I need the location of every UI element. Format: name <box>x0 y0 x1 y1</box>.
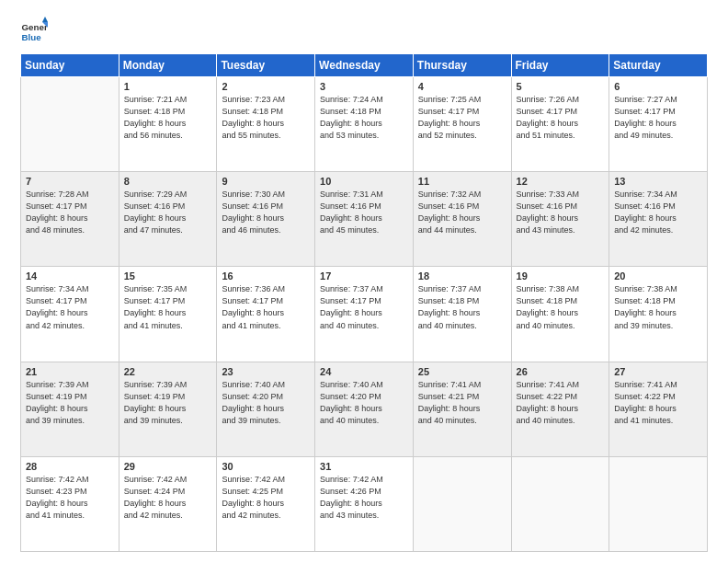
calendar-cell: 1Sunrise: 7:21 AM Sunset: 4:18 PM Daylig… <box>119 77 217 172</box>
day-info: Sunrise: 7:38 AM Sunset: 4:18 PM Dayligh… <box>614 283 702 331</box>
day-number: 11 <box>418 176 506 187</box>
day-info: Sunrise: 7:42 AM Sunset: 4:26 PM Dayligh… <box>320 474 408 522</box>
calendar-cell: 20Sunrise: 7:38 AM Sunset: 4:18 PM Dayli… <box>609 267 708 362</box>
day-number: 29 <box>124 461 212 472</box>
calendar-cell: 19Sunrise: 7:38 AM Sunset: 4:18 PM Dayli… <box>511 267 609 362</box>
day-number: 26 <box>517 366 605 377</box>
calendar-cell: 7Sunrise: 7:28 AM Sunset: 4:17 PM Daylig… <box>21 172 119 267</box>
calendar-week-row: 14Sunrise: 7:34 AM Sunset: 4:17 PM Dayli… <box>21 267 708 362</box>
calendar-cell: 12Sunrise: 7:33 AM Sunset: 4:16 PM Dayli… <box>511 172 609 267</box>
day-info: Sunrise: 7:39 AM Sunset: 4:19 PM Dayligh… <box>124 379 212 427</box>
calendar-cell <box>21 77 119 172</box>
calendar-cell: 10Sunrise: 7:31 AM Sunset: 4:16 PM Dayli… <box>315 172 414 267</box>
calendar-cell: 30Sunrise: 7:42 AM Sunset: 4:25 PM Dayli… <box>217 456 315 551</box>
day-number: 8 <box>124 176 212 187</box>
calendar-cell: 27Sunrise: 7:41 AM Sunset: 4:22 PM Dayli… <box>609 362 708 456</box>
weekday-header-tuesday: Tuesday <box>217 54 315 77</box>
weekday-header-wednesday: Wednesday <box>315 54 414 77</box>
calendar-cell: 9Sunrise: 7:30 AM Sunset: 4:16 PM Daylig… <box>217 172 315 267</box>
day-info: Sunrise: 7:36 AM Sunset: 4:17 PM Dayligh… <box>222 283 310 331</box>
day-info: Sunrise: 7:31 AM Sunset: 4:16 PM Dayligh… <box>320 189 408 236</box>
day-number: 19 <box>517 270 605 282</box>
calendar-cell: 4Sunrise: 7:25 AM Sunset: 4:17 PM Daylig… <box>413 77 511 172</box>
calendar-header-row: SundayMondayTuesdayWednesdayThursdayFrid… <box>21 54 708 77</box>
weekday-header-saturday: Saturday <box>609 54 708 77</box>
calendar-cell: 28Sunrise: 7:42 AM Sunset: 4:23 PM Dayli… <box>21 456 119 551</box>
calendar-cell: 31Sunrise: 7:42 AM Sunset: 4:26 PM Dayli… <box>315 456 414 551</box>
day-info: Sunrise: 7:42 AM Sunset: 4:24 PM Dayligh… <box>124 474 212 522</box>
day-info: Sunrise: 7:30 AM Sunset: 4:16 PM Dayligh… <box>222 189 310 236</box>
weekday-header-thursday: Thursday <box>413 54 511 77</box>
day-info: Sunrise: 7:32 AM Sunset: 4:16 PM Dayligh… <box>418 189 506 236</box>
calendar-cell: 15Sunrise: 7:35 AM Sunset: 4:17 PM Dayli… <box>119 267 217 362</box>
day-info: Sunrise: 7:34 AM Sunset: 4:16 PM Dayligh… <box>614 189 702 236</box>
day-info: Sunrise: 7:26 AM Sunset: 4:17 PM Dayligh… <box>517 94 605 142</box>
day-number: 23 <box>222 366 310 377</box>
day-number: 12 <box>517 176 605 187</box>
calendar-cell <box>413 456 511 551</box>
day-number: 24 <box>320 366 408 377</box>
day-number: 27 <box>614 366 702 377</box>
calendar-cell: 23Sunrise: 7:40 AM Sunset: 4:20 PM Dayli… <box>217 362 315 456</box>
day-info: Sunrise: 7:41 AM Sunset: 4:22 PM Dayligh… <box>614 379 702 427</box>
calendar-cell: 14Sunrise: 7:34 AM Sunset: 4:17 PM Dayli… <box>21 267 119 362</box>
day-number: 4 <box>418 81 506 92</box>
day-number: 30 <box>222 461 310 472</box>
calendar-cell <box>511 456 609 551</box>
weekday-header-friday: Friday <box>511 54 609 77</box>
svg-marker-2 <box>42 17 48 22</box>
calendar-cell: 8Sunrise: 7:29 AM Sunset: 4:16 PM Daylig… <box>119 172 217 267</box>
day-number: 18 <box>418 270 506 282</box>
day-number: 5 <box>517 81 605 92</box>
day-info: Sunrise: 7:37 AM Sunset: 4:17 PM Dayligh… <box>320 283 408 331</box>
day-info: Sunrise: 7:40 AM Sunset: 4:20 PM Dayligh… <box>222 379 310 427</box>
day-number: 10 <box>320 176 408 187</box>
calendar-table: SundayMondayTuesdayWednesdayThursdayFrid… <box>20 53 708 552</box>
calendar-week-row: 7Sunrise: 7:28 AM Sunset: 4:17 PM Daylig… <box>21 172 708 267</box>
logo-icon: General Blue <box>20 17 48 44</box>
day-info: Sunrise: 7:41 AM Sunset: 4:22 PM Dayligh… <box>517 379 605 427</box>
day-info: Sunrise: 7:27 AM Sunset: 4:17 PM Dayligh… <box>614 94 702 142</box>
calendar-cell: 22Sunrise: 7:39 AM Sunset: 4:19 PM Dayli… <box>119 362 217 456</box>
day-info: Sunrise: 7:40 AM Sunset: 4:20 PM Dayligh… <box>320 379 408 427</box>
day-number: 22 <box>124 366 212 377</box>
calendar-cell: 5Sunrise: 7:26 AM Sunset: 4:17 PM Daylig… <box>511 77 609 172</box>
svg-text:Blue: Blue <box>22 32 42 42</box>
calendar-cell: 6Sunrise: 7:27 AM Sunset: 4:17 PM Daylig… <box>609 77 708 172</box>
calendar-cell: 2Sunrise: 7:23 AM Sunset: 4:18 PM Daylig… <box>217 77 315 172</box>
calendar-cell: 3Sunrise: 7:24 AM Sunset: 4:18 PM Daylig… <box>315 77 414 172</box>
day-number: 28 <box>26 461 114 472</box>
calendar-week-row: 28Sunrise: 7:42 AM Sunset: 4:23 PM Dayli… <box>21 456 708 551</box>
calendar-week-row: 1Sunrise: 7:21 AM Sunset: 4:18 PM Daylig… <box>21 77 708 172</box>
day-info: Sunrise: 7:42 AM Sunset: 4:23 PM Dayligh… <box>26 474 114 522</box>
day-number: 2 <box>222 81 310 92</box>
day-info: Sunrise: 7:41 AM Sunset: 4:21 PM Dayligh… <box>418 379 506 427</box>
day-info: Sunrise: 7:25 AM Sunset: 4:17 PM Dayligh… <box>418 94 506 142</box>
calendar-week-row: 21Sunrise: 7:39 AM Sunset: 4:19 PM Dayli… <box>21 362 708 456</box>
calendar-cell: 29Sunrise: 7:42 AM Sunset: 4:24 PM Dayli… <box>119 456 217 551</box>
day-number: 7 <box>26 176 114 187</box>
calendar-cell: 17Sunrise: 7:37 AM Sunset: 4:17 PM Dayli… <box>315 267 414 362</box>
calendar-cell: 25Sunrise: 7:41 AM Sunset: 4:21 PM Dayli… <box>413 362 511 456</box>
weekday-header-monday: Monday <box>119 54 217 77</box>
day-info: Sunrise: 7:24 AM Sunset: 4:18 PM Dayligh… <box>320 94 408 142</box>
day-info: Sunrise: 7:21 AM Sunset: 4:18 PM Dayligh… <box>124 94 212 142</box>
calendar-cell: 24Sunrise: 7:40 AM Sunset: 4:20 PM Dayli… <box>315 362 414 456</box>
day-info: Sunrise: 7:29 AM Sunset: 4:16 PM Dayligh… <box>124 189 212 236</box>
day-number: 9 <box>222 176 310 187</box>
day-number: 14 <box>26 270 114 282</box>
calendar-cell: 26Sunrise: 7:41 AM Sunset: 4:22 PM Dayli… <box>511 362 609 456</box>
day-info: Sunrise: 7:34 AM Sunset: 4:17 PM Dayligh… <box>26 283 114 331</box>
header: General Blue <box>20 17 708 44</box>
day-info: Sunrise: 7:38 AM Sunset: 4:18 PM Dayligh… <box>517 283 605 331</box>
day-info: Sunrise: 7:23 AM Sunset: 4:18 PM Dayligh… <box>222 94 310 142</box>
day-number: 13 <box>614 176 702 187</box>
day-number: 25 <box>418 366 506 377</box>
day-number: 6 <box>614 81 702 92</box>
calendar-cell: 11Sunrise: 7:32 AM Sunset: 4:16 PM Dayli… <box>413 172 511 267</box>
day-info: Sunrise: 7:33 AM Sunset: 4:16 PM Dayligh… <box>517 189 605 236</box>
day-number: 21 <box>26 366 114 377</box>
day-info: Sunrise: 7:39 AM Sunset: 4:19 PM Dayligh… <box>26 379 114 427</box>
calendar-cell: 16Sunrise: 7:36 AM Sunset: 4:17 PM Dayli… <box>217 267 315 362</box>
day-info: Sunrise: 7:37 AM Sunset: 4:18 PM Dayligh… <box>418 283 506 331</box>
